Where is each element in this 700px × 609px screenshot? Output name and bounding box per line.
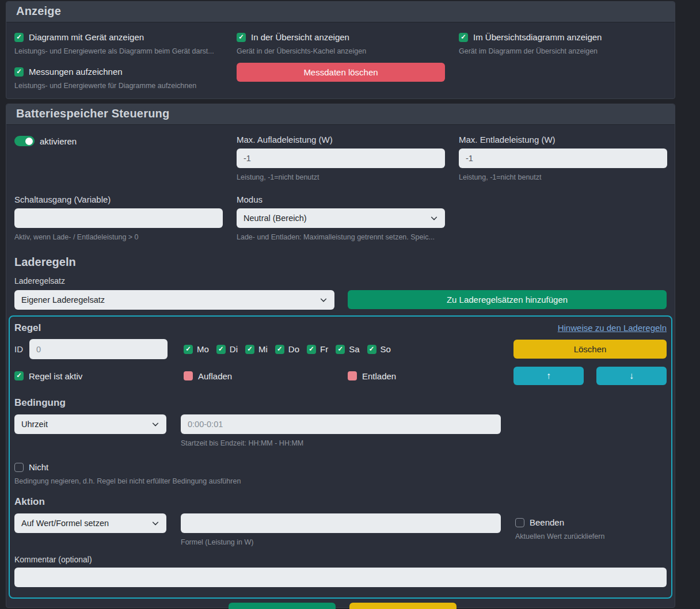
weekday-label: Do xyxy=(288,344,299,354)
aktivieren-label: aktivieren xyxy=(40,136,77,146)
max-entladeleistung-input[interactable] xyxy=(459,149,667,168)
help-text: Lade- und Entladen: Maximalleistung getr… xyxy=(237,233,459,241)
checkbox-unchecked-icon[interactable] xyxy=(14,463,24,472)
move-rule-up-button[interactable]: ↑ xyxy=(513,367,584,385)
checkbox-checked-icon[interactable] xyxy=(245,345,254,354)
weekday-checkbox-mo[interactable]: Mo xyxy=(184,344,209,354)
checkbox-aufladen[interactable]: Aufladen xyxy=(184,371,348,381)
chevron-down-icon xyxy=(151,420,159,428)
laderegelsatz-label: Laderegelsatz xyxy=(14,276,667,286)
laderegelsatz-select[interactable]: Eigener Laderegelsatz xyxy=(14,290,334,310)
checkbox-checked-icon[interactable] xyxy=(184,345,193,354)
checkbox-pink-icon[interactable] xyxy=(348,371,357,380)
help-text: Gerät im Diagramm der Übersicht anzeigen xyxy=(459,47,667,55)
anzeige-col-2: In der Übersicht anzeigen Gerät in der Ü… xyxy=(237,32,459,90)
panel-steuerung-title: Batteriespeicher Steuerung xyxy=(6,104,675,125)
checkbox-checked-icon[interactable] xyxy=(237,33,246,42)
chevron-down-icon xyxy=(151,519,159,527)
modus-select[interactable]: Neutral (Bereich) xyxy=(237,208,445,228)
checkbox-regel-ist-aktiv[interactable]: Regel ist aktiv xyxy=(14,371,184,381)
checkbox-checked-icon[interactable] xyxy=(14,67,24,77)
checkbox-checked-icon[interactable] xyxy=(14,371,24,380)
anzeige-col-1: Diagramm mit Gerät anzeigen Leistungs- u… xyxy=(14,32,237,90)
checkbox-label: Beenden xyxy=(530,517,564,527)
checkbox-checked-icon[interactable] xyxy=(307,345,316,354)
zeit-group: Startzeit bis Endzeit: HH:MM - HH:MM xyxy=(181,414,501,447)
schaltausgang-group: Schaltausgang (Variable) Aktiv, wenn Lad… xyxy=(14,195,237,241)
checkbox-im-uebersichtsdiagramm[interactable]: Im Übersichtsdiagramm anzeigen xyxy=(459,32,667,42)
checkbox-nicht[interactable]: Nicht xyxy=(14,462,667,472)
help-text: Aktuellen Wert zurückliefern xyxy=(515,532,604,541)
steuerung-col-1: aktivieren xyxy=(14,135,237,181)
schaltausgang-input[interactable] xyxy=(14,208,223,228)
rule-id-input[interactable] xyxy=(29,339,168,359)
steuerung-col-3: Max. Entladeleistung (W) Leistung, -1=ni… xyxy=(459,135,667,181)
messdaten-loeschen-button[interactable]: Messdaten löschen xyxy=(237,63,445,82)
checkbox-beenden[interactable]: Beenden xyxy=(515,517,604,527)
checkbox-messungen-aufzeichnen[interactable]: Messungen aufzeichnen xyxy=(14,67,237,77)
weekday-checkbox-mi[interactable]: Mi xyxy=(245,344,268,354)
hinweise-laderegeln-link[interactable]: Hinweise zu den Laderegeln xyxy=(558,323,667,333)
modus-group: Modus Neutral (Bereich) Lade- und Entlad… xyxy=(237,195,459,241)
checkbox-unchecked-icon[interactable] xyxy=(515,518,524,527)
bedingung-typ-value: Uhrzeit xyxy=(21,420,48,429)
help-text: Formel (Leistung in W) xyxy=(181,538,501,546)
max-aufladeleistung-input[interactable] xyxy=(237,149,445,168)
checkbox-label: In der Übersicht anzeigen xyxy=(251,32,349,42)
checkbox-label: Regel ist aktiv xyxy=(29,371,82,381)
checkbox-checked-icon[interactable] xyxy=(367,345,376,354)
help-text: Gerät in der Übersichts-Kachel anzeigen xyxy=(237,47,459,55)
chevron-down-icon xyxy=(430,214,438,222)
kommentar-label: Kommentar (optional) xyxy=(14,555,667,564)
anzeige-col-3: Im Übersichtsdiagramm anzeigen Gerät im … xyxy=(459,32,667,90)
checkbox-label: Im Übersichtsdiagramm anzeigen xyxy=(473,32,602,42)
weekday-checkbox-di[interactable]: Di xyxy=(216,344,238,354)
checkbox-label: Messungen aufzeichnen xyxy=(29,67,123,77)
formel-group: Formel (Leistung in W) xyxy=(181,513,501,546)
checkbox-pink-icon[interactable] xyxy=(184,371,193,380)
weekday-label: Mo xyxy=(197,344,209,354)
weekday-checkbox-so[interactable]: So xyxy=(367,344,391,354)
weekday-label: So xyxy=(381,344,391,354)
laderegelsatz-select-value: Eigener Laderegelsatz xyxy=(21,295,105,304)
zu-laderegelsaetzen-hinzufuegen-button[interactable]: Zu Laderegelsätzen hinzufügen xyxy=(348,290,667,309)
settings-page: Anzeige Diagramm mit Gerät anzeigen Leis… xyxy=(0,0,700,609)
checkbox-label: Nicht xyxy=(29,462,48,472)
aktivieren-toggle[interactable] xyxy=(14,136,35,146)
bedingung-typ-select[interactable]: Uhrzeit xyxy=(14,414,166,434)
help-text: Leistung, -1=nicht benutzt xyxy=(459,173,667,181)
weekday-checkbox-sa[interactable]: Sa xyxy=(336,344,359,354)
weekday-checkbox-do[interactable]: Do xyxy=(275,344,299,354)
checkbox-label: Diagramm mit Gerät anzeigen xyxy=(29,32,144,42)
checkbox-checked-icon[interactable] xyxy=(336,345,345,354)
weekday-label: Mi xyxy=(258,344,268,354)
bottom-yellow-button[interactable] xyxy=(349,603,456,609)
zeitbereich-input[interactable] xyxy=(181,414,501,434)
kommentar-input[interactable] xyxy=(14,568,667,587)
weekday-label: Fr xyxy=(320,344,328,354)
arrow-down-icon: ↓ xyxy=(629,371,634,381)
steuerung-col-2: Max. Aufladeleistung (W) Leistung, -1=ni… xyxy=(237,135,459,181)
checkbox-diagramm-mit-geraet[interactable]: Diagramm mit Gerät anzeigen xyxy=(14,32,237,42)
bedingung-heading: Bedingung xyxy=(14,397,667,409)
checkbox-checked-icon[interactable] xyxy=(459,33,468,42)
schaltausgang-label: Schaltausgang (Variable) xyxy=(14,195,237,204)
formel-input[interactable] xyxy=(181,513,501,533)
bottom-green-button[interactable] xyxy=(229,603,336,609)
weekday-checkboxes: Mo Di Mi Do Fr Sa So xyxy=(184,344,513,354)
checkbox-entladen[interactable]: Entladen xyxy=(348,371,396,381)
regel-loeschen-button[interactable]: Löschen xyxy=(513,340,667,359)
modus-select-value: Neutral (Bereich) xyxy=(244,214,307,223)
move-rule-down-button[interactable]: ↓ xyxy=(596,367,667,385)
panel-anzeige-title: Anzeige xyxy=(6,2,675,22)
laderegeln-heading: Laderegeln xyxy=(14,256,667,269)
beenden-group: Beenden Aktuellen Wert zurückliefern xyxy=(515,513,604,541)
checkbox-checked-icon[interactable] xyxy=(14,33,24,42)
help-text: Aktiv, wenn Lade- / Entladeleistung > 0 xyxy=(14,233,237,241)
aktion-typ-select[interactable]: Auf Wert/Formel setzen xyxy=(14,513,166,533)
checkbox-checked-icon[interactable] xyxy=(275,345,284,354)
checkbox-checked-icon[interactable] xyxy=(216,345,226,354)
help-text: Leistungs- und Energiewerte für Diagramm… xyxy=(14,82,237,90)
weekday-checkbox-fr[interactable]: Fr xyxy=(307,344,328,354)
checkbox-in-uebersicht[interactable]: In der Übersicht anzeigen xyxy=(237,32,459,42)
